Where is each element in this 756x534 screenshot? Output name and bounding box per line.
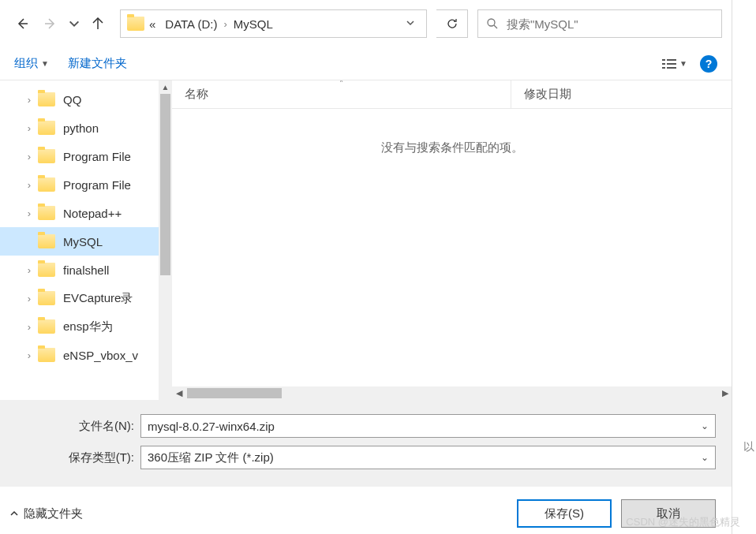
hide-folders-toggle[interactable]: 隐藏文件夹	[9, 506, 83, 521]
chevron-down-icon[interactable]: ⌄	[701, 420, 709, 431]
navigation-bar: « DATA (D:) › MySQL	[0, 0, 732, 47]
tree-item[interactable]: ›python	[0, 114, 172, 142]
tree-item-label: python	[63, 121, 99, 135]
folder-icon	[38, 234, 55, 248]
tree-item-label: QQ	[63, 93, 81, 106]
chevron-up-icon	[9, 509, 19, 518]
address-bar[interactable]: « DATA (D:) › MySQL	[120, 9, 427, 38]
list-view-icon	[662, 58, 676, 69]
expand-icon[interactable]: ›	[24, 349, 35, 361]
expand-icon[interactable]: ›	[24, 207, 35, 219]
expand-icon[interactable]: ›	[24, 293, 35, 304]
chevron-down-icon	[68, 17, 80, 30]
back-button[interactable]	[9, 11, 35, 36]
search-icon	[486, 17, 499, 30]
tree-item-label: finalshell	[63, 263, 109, 277]
sort-indicator-icon: ˄	[339, 80, 343, 88]
up-button[interactable]	[85, 11, 110, 36]
folder-icon	[38, 92, 55, 106]
tree-item[interactable]: ›Program File	[0, 142, 172, 170]
expand-icon[interactable]: ›	[24, 179, 35, 191]
column-header-name[interactable]: ˄ 名称	[172, 80, 511, 108]
expand-icon[interactable]: ›	[24, 151, 35, 162]
dialog-footer: 隐藏文件夹 保存(S) 取消	[0, 487, 732, 534]
help-button[interactable]: ?	[700, 55, 717, 73]
column-header-modified[interactable]: 修改日期	[511, 87, 584, 102]
tree-item[interactable]: ›ensp华为	[0, 312, 172, 341]
expand-icon[interactable]: ›	[24, 264, 35, 276]
expand-icon[interactable]: ›	[24, 122, 35, 134]
scroll-right-icon[interactable]: ▶	[718, 386, 732, 400]
tree-item-label: Program File	[63, 150, 131, 163]
folder-icon	[38, 291, 55, 305]
chevron-right-icon: ›	[222, 18, 228, 30]
expand-icon[interactable]: ›	[24, 94, 35, 106]
tree-item-label: eNSP_vbox_v	[63, 349, 138, 362]
file-list-panel: ˄ 名称 修改日期 没有与搜索条件匹配的项。 ◀ ▶	[172, 80, 732, 400]
arrow-left-icon	[16, 17, 28, 30]
refresh-button[interactable]	[436, 9, 468, 38]
column-headers: ˄ 名称 修改日期	[172, 80, 732, 109]
view-options-button[interactable]: ▼	[662, 58, 687, 69]
filetype-label: 保存类型(T):	[16, 450, 134, 465]
hscroll-thumb[interactable]	[187, 388, 282, 398]
tree-item-label: Program File	[63, 178, 131, 192]
scroll-left-icon[interactable]: ◀	[172, 386, 185, 400]
folder-icon	[38, 319, 55, 334]
tree-item-label: MySQL	[63, 235, 103, 248]
tree-item[interactable]: ›MySQL	[0, 227, 172, 256]
svg-rect-2	[667, 59, 676, 61]
filename-label: 文件名(N):	[16, 419, 134, 434]
tree-scrollbar[interactable]: ▲	[159, 80, 172, 400]
svg-rect-5	[662, 67, 665, 69]
chevron-down-icon[interactable]: ⌄	[701, 452, 709, 463]
folder-icon	[38, 348, 55, 362]
address-dropdown[interactable]	[398, 17, 423, 30]
tree-item[interactable]: ›EVCapture录	[0, 284, 172, 312]
filetype-select[interactable]: 360压缩 ZIP 文件 (*.zip) ⌄	[140, 446, 716, 469]
svg-rect-6	[667, 67, 676, 69]
path-segment-folder[interactable]: MySQL	[229, 17, 278, 31]
tree-item-label: Notepad++	[63, 207, 122, 220]
tree-item[interactable]: ›Program File	[0, 170, 172, 199]
svg-rect-4	[667, 63, 676, 65]
side-text: 以	[743, 440, 754, 454]
search-input[interactable]	[507, 17, 713, 31]
arrow-right-icon	[44, 17, 57, 30]
folder-icon	[127, 17, 144, 31]
svg-rect-1	[662, 59, 665, 61]
expand-icon[interactable]: ›	[24, 321, 35, 333]
folder-icon	[38, 121, 55, 135]
new-folder-button[interactable]: 新建文件夹	[68, 56, 127, 71]
recent-button[interactable]	[66, 11, 82, 36]
folder-tree: ›QQ›python›Program File›Program File›Not…	[0, 80, 172, 400]
tree-item[interactable]: ›Notepad++	[0, 199, 172, 227]
scroll-thumb[interactable]	[160, 94, 170, 275]
organize-button[interactable]: 组织 ▼	[14, 56, 49, 71]
tree-item[interactable]: ›QQ	[0, 85, 172, 114]
tree-item-label: ensp华为	[63, 319, 113, 334]
save-form: 文件名(N): mysql-8.0.27-winx64.zip ⌄ 保存类型(T…	[0, 400, 732, 487]
folder-icon	[38, 177, 55, 192]
path-prefix: «	[144, 17, 160, 31]
tree-item[interactable]: ›finalshell	[0, 256, 172, 284]
empty-message: 没有与搜索条件匹配的项。	[172, 109, 732, 187]
folder-icon	[38, 206, 55, 220]
chevron-down-icon	[406, 18, 415, 28]
cancel-button[interactable]: 取消	[621, 499, 716, 528]
search-box[interactable]	[477, 9, 722, 38]
svg-point-0	[488, 19, 495, 26]
scroll-up-icon[interactable]: ▲	[159, 80, 172, 94]
path-segment-drive[interactable]: DATA (D:)	[160, 17, 222, 31]
tree-item[interactable]: ›eNSP_vbox_v	[0, 341, 172, 369]
forward-button[interactable]	[38, 11, 63, 36]
tree-item-label: EVCapture录	[63, 291, 133, 306]
save-button[interactable]: 保存(S)	[517, 499, 612, 528]
folder-icon	[38, 149, 55, 163]
filename-input[interactable]: mysql-8.0.27-winx64.zip ⌄	[140, 414, 716, 438]
main-area: ›QQ›python›Program File›Program File›Not…	[0, 80, 732, 400]
folder-icon	[38, 263, 55, 277]
toolbar: 组织 ▼ 新建文件夹 ▼ ?	[0, 47, 732, 80]
horizontal-scrollbar[interactable]: ◀ ▶	[172, 386, 732, 400]
refresh-icon	[446, 17, 458, 30]
